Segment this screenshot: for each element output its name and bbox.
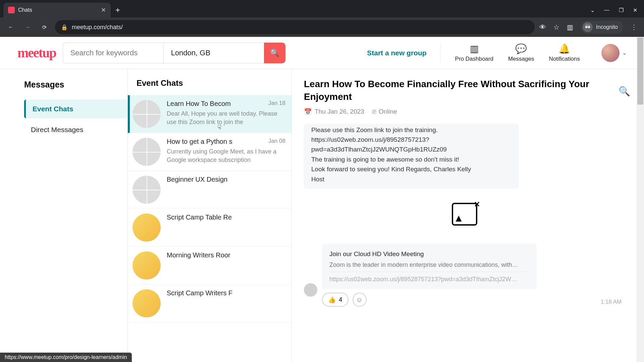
search-icon: 🔍	[270, 49, 279, 57]
chat-list-item[interactable]: Morning Writers Roor	[128, 247, 291, 285]
star-icon[interactable]: ☆	[553, 23, 559, 31]
conversation-meta: 📅Thu Jan 26, 2023 ⎚Online	[304, 108, 618, 116]
conversation-panel: Learn How To Become Financially Free Wit…	[292, 69, 644, 362]
chat-list-title: Event Chats	[128, 69, 291, 95]
chat-date: Jan 18	[268, 100, 285, 107]
eye-off-icon[interactable]: 👁	[539, 23, 546, 31]
chat-preview: Dear All, Hope you are well today. Pleas…	[167, 110, 285, 126]
action-label: Messages	[508, 56, 534, 62]
messages-link[interactable]: 💬 Messages	[508, 43, 534, 62]
chat-list-item[interactable]: Script Camp Table Re	[128, 209, 291, 247]
add-reaction-button[interactable]: ☺	[353, 293, 367, 307]
link-description: Zoom is the leader in modern enterprise …	[329, 260, 529, 270]
chat-list-item[interactable]: How to get a Python sCurrently using Goo…	[128, 133, 291, 171]
extensions-icon[interactable]: ▥	[567, 23, 573, 31]
message-timestamp: 1:18 AM	[601, 299, 622, 307]
incognito-badge[interactable]: 🕶 Incognito	[581, 21, 623, 34]
reaction-thumbs-up[interactable]: 👍 4	[322, 293, 348, 307]
conv-date: Thu Jan 26, 2023	[315, 108, 364, 115]
search-button[interactable]: 🔍	[264, 43, 285, 63]
page-scrollbar[interactable]	[637, 37, 644, 362]
site-header: meetup Search for keywords London, GB 🔍 …	[0, 37, 644, 69]
search-location-input[interactable]: London, GB	[163, 43, 264, 63]
address-bar: ← → ⟳ 🔒 meetup.com/chats/ 👁 ☆ ▥ 🕶 Incogn…	[0, 17, 644, 37]
new-tab-button[interactable]: +	[111, 3, 125, 17]
chat-list-item[interactable]: Beginner UX Design	[128, 171, 291, 209]
thumbs-up-icon: 👍	[328, 296, 336, 304]
forward-button[interactable]: →	[21, 21, 34, 33]
chat-avatar	[132, 176, 161, 204]
conversation-header: Learn How To Become Financially Free Wit…	[292, 69, 644, 122]
link-title: Join our Cloud HD Video Meeting	[329, 249, 529, 259]
dashboard-icon: ▥	[470, 43, 479, 54]
chat-avatar	[132, 138, 161, 166]
active-tab[interactable]: Chats ✕	[3, 3, 111, 17]
conversation-title: Learn How To Become Financially Free Wit…	[304, 78, 618, 103]
browser-right-icons: 👁 ☆ ▥ 🕶 Incognito ⋮	[539, 21, 639, 34]
profile-menu[interactable]: ⌄	[601, 44, 627, 62]
calendar-icon: 📅	[304, 108, 312, 116]
avatar	[601, 44, 620, 62]
reaction-count: 4	[339, 296, 342, 303]
reload-button[interactable]: ⟳	[38, 21, 50, 33]
main-layout: Messages Event Chats Direct Messages Eve…	[0, 69, 644, 362]
chat-preview: Currently using Google Meet, as I have a…	[167, 147, 285, 164]
broken-image-icon	[452, 203, 477, 226]
url-input[interactable]: 🔒 meetup.com/chats/	[55, 20, 535, 34]
header-actions: ▥ Pro Dashboard 💬 Messages 🔔 Notificatio…	[440, 43, 627, 62]
link-url: https://us02web.zoom.us/j/89528757213?pw…	[329, 272, 529, 284]
chat-avatar	[132, 289, 161, 317]
action-label: Pro Dashboard	[455, 56, 493, 62]
video-icon: ⎚	[372, 108, 376, 115]
browser-menu-icon[interactable]: ⋮	[631, 23, 637, 31]
minimize-icon[interactable]: —	[604, 7, 609, 13]
search-bar: Search for keywords London, GB 🔍	[63, 43, 285, 63]
conversation-search-button[interactable]: 🔍	[619, 86, 630, 97]
chat-list[interactable]: Learn How To BecomDear All, Hope you are…	[128, 95, 291, 362]
status-bar: https://www.meetup.com/pro/design-learne…	[0, 353, 132, 362]
chat-avatar	[132, 251, 161, 280]
tab-bar: Chats ✕ + ⌄ — ❐ ✕	[0, 0, 644, 17]
chat-title: Morning Writers Roor	[167, 251, 285, 259]
url-text: meetup.com/chats/	[72, 24, 123, 31]
search-keywords-input[interactable]: Search for keywords	[63, 43, 163, 63]
meetup-logo[interactable]: meetup	[17, 45, 56, 61]
close-tab-icon[interactable]: ✕	[101, 6, 106, 14]
start-group-link[interactable]: Start a new group	[367, 49, 433, 57]
chat-title: Script Camp Writers F	[167, 289, 285, 297]
conv-mode: Online	[379, 108, 397, 115]
chat-title: How to get a Python s	[167, 138, 285, 145]
meetup-favicon	[8, 7, 15, 13]
window-controls: ⌄ — ❐ ✕	[590, 3, 644, 17]
action-label: Notifications	[549, 56, 580, 62]
scrollbar-thumb[interactable]	[637, 38, 643, 105]
chat-list-panel: Event Chats ▲ Learn How To BecomDear All…	[127, 69, 292, 362]
chat-icon: 💬	[515, 43, 527, 54]
conversation-body[interactable]: Please use this Zoom link to join the tr…	[292, 122, 644, 362]
chevron-down-icon[interactable]: ⌄	[590, 7, 595, 13]
close-window-icon[interactable]: ✕	[633, 7, 637, 13]
chat-avatar	[132, 214, 161, 242]
chat-title: Script Camp Table Re	[167, 214, 285, 221]
incognito-label: Incognito	[596, 24, 618, 30]
back-button[interactable]: ←	[5, 21, 17, 33]
notifications-link[interactable]: 🔔 Notifications	[549, 43, 580, 62]
browser-chrome: Chats ✕ + ⌄ — ❐ ✕ ← → ⟳ 🔒 meetup.com/cha…	[0, 0, 644, 37]
search-icon: 🔍	[619, 86, 630, 97]
sender-avatar	[304, 283, 317, 297]
chat-date: Jan 08	[268, 138, 285, 144]
reactions-row: 👍 4 ☺ 1:18 AM	[322, 293, 625, 307]
bell-icon: 🔔	[558, 43, 570, 54]
link-preview-card[interactable]: Join our Cloud HD Video Meeting Zoom is …	[322, 244, 537, 289]
chat-title: Learn How To Becom	[167, 100, 285, 108]
chat-list-item[interactable]: Script Camp Writers F	[128, 285, 291, 322]
lock-icon: 🔒	[61, 24, 68, 31]
pro-dashboard-link[interactable]: ▥ Pro Dashboard	[455, 43, 493, 62]
chat-list-item[interactable]: Learn How To BecomDear All, Hope you are…	[128, 95, 291, 133]
chat-avatar	[132, 100, 161, 128]
incognito-icon: 🕶	[583, 22, 593, 32]
sidebar-item-direct-messages[interactable]: Direct Messages	[24, 120, 127, 139]
messages-sidebar: Messages Event Chats Direct Messages	[0, 69, 127, 362]
sidebar-item-event-chats[interactable]: Event Chats	[24, 100, 127, 118]
maximize-icon[interactable]: ❐	[619, 7, 624, 13]
